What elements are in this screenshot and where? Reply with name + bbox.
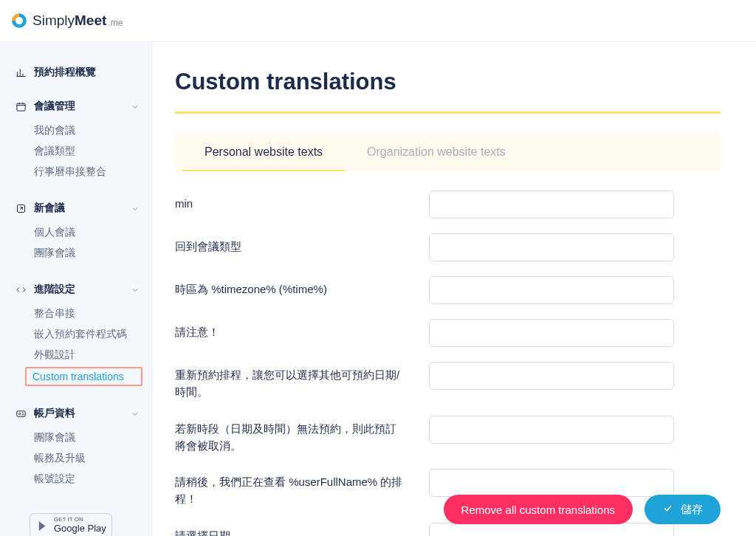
logo-text-simply: Simply <box>32 13 75 29</box>
main-content: Custom translations Personal website tex… <box>153 42 756 536</box>
sidebar-item-label: 預約排程概覽 <box>34 66 96 79</box>
sidebar-item-custom-translations[interactable]: Custom translations <box>32 371 135 382</box>
translation-row: 回到會議類型 <box>175 233 721 261</box>
chevron-down-icon <box>131 409 140 418</box>
code-icon <box>15 284 27 295</box>
svg-rect-2 <box>16 410 24 416</box>
translation-input[interactable] <box>429 319 674 347</box>
translation-label: min <box>175 190 429 212</box>
sidebar-item-embed[interactable]: 嵌入預約套件程式碼 <box>0 324 153 345</box>
translation-label: 若新時段（日期及時間）無法預約，則此預訂將會被取消。 <box>175 416 429 455</box>
translation-row: 重新預約排程，讓您可以選擇其他可預約日期/時間。 <box>175 362 721 401</box>
translation-input[interactable] <box>429 469 674 497</box>
translation-row: 請注意！ <box>175 319 721 347</box>
top-bar: SimplyMeet.me <box>0 0 756 42</box>
logo-ring-icon <box>12 13 27 28</box>
external-link-icon <box>15 202 27 214</box>
translation-row: 請選擇日期 <box>175 523 721 537</box>
sidebar-item-label: 會議管理 <box>34 100 75 113</box>
sidebar-item-integration[interactable]: 整合串接 <box>0 303 153 324</box>
id-card-icon <box>15 408 27 419</box>
logo-suffix: .me <box>108 18 123 28</box>
sidebar-item-overview[interactable]: 預約排程概覽 <box>0 58 153 86</box>
translation-label: 重新預約排程，讓您可以選擇其他可預約日期/時間。 <box>175 362 429 401</box>
sidebar-item-meeting-types[interactable]: 會議類型 <box>0 141 153 162</box>
translation-input[interactable] <box>429 362 674 390</box>
bar-chart-icon <box>15 66 27 78</box>
translation-input[interactable] <box>429 416 674 444</box>
sidebar-head-newmeeting[interactable]: 新會議 <box>0 194 153 222</box>
sidebar-item-personal-meeting[interactable]: 個人會議 <box>0 222 153 243</box>
sidebar: 預約排程概覽 會議管理 我的會議 會議類型 行事曆串接整合 <box>0 42 153 536</box>
sidebar-head-advanced[interactable]: 進階設定 <box>0 275 153 303</box>
sidebar-item-account-settings[interactable]: 帳號設定 <box>0 469 153 489</box>
save-button-label: 儲存 <box>681 503 703 517</box>
check-icon <box>662 503 673 516</box>
sidebar-item-label: 新會議 <box>34 202 65 215</box>
tab-organization-website-texts[interactable]: Organization website texts <box>345 133 528 171</box>
translation-input[interactable] <box>429 190 674 219</box>
page-title: Custom translations <box>175 64 721 114</box>
sidebar-head-meetings[interactable]: 會議管理 <box>0 92 153 120</box>
sidebar-head-account[interactable]: 帳戶資料 <box>0 399 153 427</box>
bottom-action-bar: Remove all custom translations 儲存 <box>444 495 721 524</box>
translation-label: 回到會議類型 <box>175 233 429 255</box>
sidebar-item-label: 進階設定 <box>34 283 75 296</box>
translation-input[interactable] <box>429 233 674 261</box>
save-button[interactable]: 儲存 <box>645 495 721 524</box>
sidebar-item-calendar-integration[interactable]: 行事曆串接整合 <box>0 162 153 182</box>
chevron-down-icon <box>131 204 140 213</box>
sidebar-item-appearance[interactable]: 外觀設計 <box>0 345 153 365</box>
remove-all-button[interactable]: Remove all custom translations <box>444 495 633 524</box>
svg-rect-0 <box>16 103 24 111</box>
sidebar-item-billing[interactable]: 帳務及升級 <box>0 448 153 469</box>
logo-text-meet: Meet <box>75 13 106 29</box>
svg-point-3 <box>18 413 21 415</box>
translation-label: 請選擇日期 <box>175 523 429 537</box>
translation-label: 請注意！ <box>175 319 429 340</box>
translation-input[interactable] <box>429 523 674 537</box>
translation-row: 時區為 %timezone% (%time%) <box>175 276 721 304</box>
sidebar-highlight: Custom translations <box>25 367 142 386</box>
translation-label: 時區為 %timezone% (%time%) <box>175 276 429 298</box>
sidebar-item-team-meeting[interactable]: 團隊會議 <box>0 243 153 264</box>
google-play-icon <box>37 520 49 532</box>
sidebar-item-team-meetings[interactable]: 團隊會議 <box>0 427 153 448</box>
sidebar-item-label: 帳戶資料 <box>34 407 75 420</box>
translation-row: 若新時段（日期及時間）無法預約，則此預訂將會被取消。 <box>175 416 721 455</box>
brand-logo[interactable]: SimplyMeet.me <box>12 13 123 29</box>
chevron-down-icon <box>131 285 140 294</box>
chevron-down-icon <box>131 102 140 111</box>
translation-row: min <box>175 190 721 219</box>
translation-input[interactable] <box>429 276 674 304</box>
app-text-small: GET IT ON <box>54 516 83 523</box>
translation-label: 請稍後，我們正在查看 %userFullName% 的排程！ <box>175 469 429 508</box>
tab-personal-website-texts[interactable]: Personal website texts <box>182 133 345 171</box>
app-text-big: Google Play <box>54 523 106 534</box>
google-play-button[interactable]: GET IT ON Google Play <box>30 513 112 536</box>
calendar-icon <box>15 100 27 112</box>
tabs: Personal website texts Organization webs… <box>175 133 721 171</box>
sidebar-item-my-meetings[interactable]: 我的會議 <box>0 120 153 141</box>
